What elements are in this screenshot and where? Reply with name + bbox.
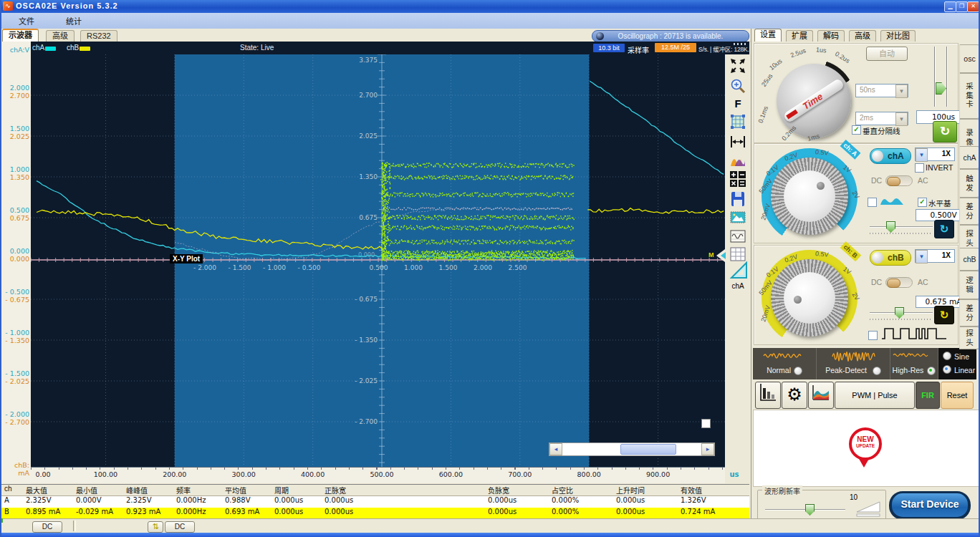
- combo-caret-icon[interactable]: ▼: [895, 84, 908, 98]
- window-title: OSCA02E Version 5.3.2: [16, 1, 118, 10]
- fft-icon[interactable]: F: [729, 97, 747, 110]
- close-button[interactable]: ✕: [967, 1, 979, 12]
- spectrum-button[interactable]: [808, 382, 834, 409]
- ruler-icon[interactable]: [729, 259, 747, 281]
- reset-button[interactable]: Reset: [941, 382, 974, 409]
- cha-coupling-toggle[interactable]: [885, 175, 913, 186]
- chb-probe-mult-combo[interactable]: ▼ 1X: [915, 249, 955, 263]
- mode-radio-Peak-Detect[interactable]: [873, 367, 881, 375]
- panel-tab-扩展[interactable]: 扩展: [786, 30, 813, 42]
- h-measure-icon[interactable]: [729, 133, 747, 150]
- math-ops-icon[interactable]: [729, 170, 747, 188]
- side-tab-采集卡[interactable]: 采集卡: [959, 73, 980, 119]
- mode-radio-Normal[interactable]: [794, 367, 802, 375]
- chb-pulse-checkbox[interactable]: [868, 331, 878, 340]
- mode-wave-icon: [892, 350, 935, 362]
- trigger-marker-label[interactable]: M: [708, 251, 714, 258]
- mode-radio-High-Res[interactable]: [927, 367, 936, 375]
- timebase-reset-button[interactable]: ↻: [933, 121, 957, 142]
- side-tab-差分[interactable]: 差分: [959, 299, 980, 326]
- cha-knob[interactable]: [784, 170, 835, 222]
- side-tab-osc[interactable]: osc: [959, 44, 980, 73]
- side-tab-逻辑[interactable]: 逻辑: [959, 271, 980, 299]
- panel-tab-设置[interactable]: 设置: [754, 29, 782, 42]
- chb-knob[interactable]: [784, 272, 835, 324]
- zoom-in-icon[interactable]: [729, 77, 747, 95]
- scrollbar-thumb[interactable]: [620, 444, 676, 455]
- combo-caret-icon[interactable]: ▼: [916, 250, 928, 263]
- column-header-最小值: 最小值: [76, 485, 97, 495]
- waveform-window-icon[interactable]: [729, 228, 747, 245]
- cha-invert-checkbox[interactable]: [915, 163, 924, 173]
- side-tab-差分[interactable]: 差分: [959, 198, 980, 225]
- mode-section-Peak-Detect[interactable]: Peak-Detect: [817, 348, 890, 379]
- tab-RS232[interactable]: RS232: [80, 30, 117, 42]
- maximize-button[interactable]: ❐: [956, 1, 968, 12]
- expand-icon[interactable]: [729, 57, 747, 74]
- settings-gear-button[interactable]: ⚙: [782, 382, 807, 409]
- menu-item-统计[interactable]: 统计: [63, 15, 85, 26]
- x-tick-label: 900.00: [646, 470, 670, 478]
- taskbar-strip: [0, 533, 980, 537]
- cha-wave-checkbox[interactable]: [868, 198, 877, 207]
- plot-corner-checkbox[interactable]: [701, 419, 711, 428]
- zoom-slider-track2: [946, 47, 947, 107]
- tab-示波器[interactable]: 示波器: [2, 29, 39, 42]
- waveform-plot[interactable]: 3.3752.7002.0251.3500.675- 0.675- 1.350-…: [31, 54, 725, 467]
- acquisition-mode-bar: NormalPeak-DetectHigh-ResSineLinear: [753, 348, 976, 379]
- axis-label-cha: 0.000: [1, 247, 29, 255]
- save-icon[interactable]: [729, 190, 747, 208]
- cha-ac-label: AC: [918, 176, 928, 185]
- panel-tab-解码[interactable]: 解码: [817, 30, 845, 42]
- cha-offset-slider-thumb[interactable]: [886, 221, 895, 233]
- timebase-combo[interactable]: 2ms ▼: [855, 112, 908, 125]
- combo-caret-icon[interactable]: ▼: [916, 148, 928, 162]
- x-tick-label: 300.00: [232, 470, 256, 478]
- plot-tool-column: FchA: [726, 54, 749, 467]
- trigger-width-combo[interactable]: 50ns ▼: [855, 84, 908, 97]
- cha-toggle-knob: [872, 150, 883, 162]
- side-tab-触发[interactable]: 触发: [959, 169, 980, 198]
- spectrum-icon[interactable]: [729, 152, 747, 169]
- histogram-button[interactable]: [755, 382, 781, 409]
- chb-coupling-footer-button[interactable]: DC: [165, 521, 195, 533]
- refresh-rate-thumb[interactable]: [805, 504, 815, 516]
- panel-tab-高级[interactable]: 高级: [849, 30, 876, 42]
- side-tab-chA[interactable]: chA: [959, 146, 980, 169]
- new-update-pin-icon[interactable]: NEW UPDATE: [849, 427, 882, 460]
- minimize-button[interactable]: ▁: [944, 1, 956, 12]
- interp-radio-Linear[interactable]: [943, 365, 951, 374]
- auto-button[interactable]: 自动: [866, 47, 908, 61]
- chb-offset-slider-thumb[interactable]: [895, 307, 904, 319]
- combo-caret-icon[interactable]: ▼: [895, 112, 908, 126]
- chb-coupling-toggle[interactable]: [885, 277, 913, 288]
- chb-reset-button[interactable]: ↻: [934, 306, 954, 324]
- zoom-slider-thumb[interactable]: [936, 82, 946, 95]
- arrow-toggle-button[interactable]: ⇅: [148, 521, 163, 533]
- cha-enable-toggle[interactable]: chA: [870, 148, 911, 164]
- cha-probe-mult-combo[interactable]: ▼ 1X: [915, 147, 955, 161]
- vertical-divider-checkbox[interactable]: ✓: [852, 125, 861, 135]
- panel-tab-对比图[interactable]: 对比图: [880, 30, 916, 42]
- side-tab-探头[interactable]: 探头: [959, 326, 980, 349]
- scroll-left-button[interactable]: ◂: [549, 443, 562, 455]
- grid-icon[interactable]: [729, 113, 747, 130]
- side-tab-chB[interactable]: chB: [959, 248, 980, 271]
- interp-radio-Sine[interactable]: [943, 352, 951, 360]
- menu-item-文件[interactable]: 文件: [16, 15, 37, 26]
- cha-coupling-footer-button[interactable]: DC: [32, 521, 62, 533]
- screenshot-icon[interactable]: [729, 209, 747, 226]
- toolbar-grip-handle[interactable]: [734, 43, 748, 45]
- tab-高级[interactable]: 高级: [46, 30, 75, 42]
- pwm-pulse-button[interactable]: PWM | Pulse: [835, 382, 915, 409]
- scroll-right-button[interactable]: ▸: [701, 443, 714, 455]
- mode-section-High-Res[interactable]: High-Res: [890, 348, 938, 379]
- start-device-button[interactable]: Start Device: [889, 491, 971, 520]
- fir-button[interactable]: FIR: [916, 382, 940, 409]
- cell: 0.988V: [225, 496, 250, 504]
- chb-enable-toggle[interactable]: chB: [870, 250, 911, 266]
- plot-horizontal-scrollbar[interactable]: ◂ ▸: [549, 442, 715, 456]
- cha-baseline-checkbox[interactable]: ✓: [918, 198, 927, 207]
- mode-section-Normal[interactable]: Normal: [753, 348, 817, 379]
- cha-reset-button[interactable]: ↻: [934, 220, 954, 238]
